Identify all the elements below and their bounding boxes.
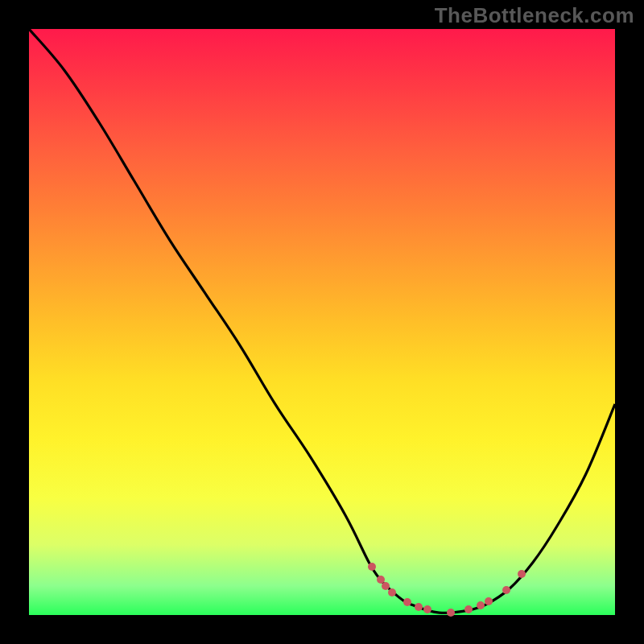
highlight-dot bbox=[368, 563, 376, 571]
bottleneck-curve bbox=[29, 29, 615, 613]
highlight-dot bbox=[477, 601, 485, 609]
chart-frame: TheBottleneck.com bbox=[0, 0, 644, 644]
highlight-dot bbox=[502, 586, 510, 594]
highlight-dot bbox=[423, 605, 431, 613]
highlight-dot bbox=[415, 603, 423, 611]
highlight-dot bbox=[464, 605, 473, 613]
plot-area bbox=[29, 29, 615, 615]
highlight-dot bbox=[447, 609, 455, 617]
highlight-dot bbox=[382, 582, 390, 590]
highlight-dot bbox=[388, 588, 396, 597]
highlight-dot bbox=[518, 570, 526, 578]
highlight-dot bbox=[403, 598, 411, 606]
highlight-dot bbox=[485, 597, 493, 605]
curve-layer bbox=[29, 29, 615, 615]
watermark-label: TheBottleneck.com bbox=[435, 3, 634, 28]
